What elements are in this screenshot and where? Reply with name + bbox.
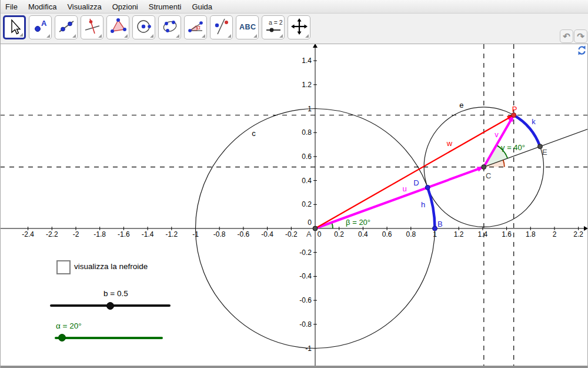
y-axis-arrow bbox=[313, 44, 318, 48]
point-A[interactable] bbox=[313, 226, 318, 231]
x-tick-label: -2 bbox=[73, 230, 79, 238]
tool-move-button[interactable] bbox=[3, 15, 26, 39]
tool-line-button[interactable] bbox=[55, 15, 78, 39]
x-tick-label: 1.2 bbox=[454, 230, 464, 238]
svg-text:a = 2: a = 2 bbox=[269, 19, 283, 26]
x-tick-label: 0.2 bbox=[334, 230, 344, 238]
label-B: B bbox=[437, 220, 443, 228]
label-v: v bbox=[495, 130, 499, 139]
window-frame-bottom bbox=[0, 366, 588, 368]
reflection-icon bbox=[211, 17, 232, 36]
polygon-icon bbox=[107, 17, 129, 36]
x-tick-label: 1.8 bbox=[526, 230, 536, 238]
y-tick-label: 1.4 bbox=[302, 57, 312, 65]
tool-reflect-button[interactable] bbox=[210, 15, 233, 39]
nefroide-checkbox[interactable] bbox=[56, 260, 71, 274]
slider-alpha-track[interactable] bbox=[55, 337, 163, 339]
tool-dropdown-arrow[interactable] bbox=[150, 34, 153, 38]
x-tick-label: -1.2 bbox=[165, 230, 178, 238]
menu-file[interactable]: File bbox=[0, 1, 23, 13]
y-tick-label: 1.2 bbox=[302, 81, 312, 89]
label-β = 20°: β = 20° bbox=[346, 218, 370, 227]
tool-point-button[interactable]: A bbox=[29, 15, 52, 39]
vector-u[interactable] bbox=[315, 168, 480, 228]
tool-circle-button[interactable] bbox=[132, 15, 155, 39]
y-tick-label: 0.8 bbox=[302, 128, 312, 137]
x-tick-label: -0.6 bbox=[238, 230, 250, 238]
y-tick-label: -0.2 bbox=[299, 248, 312, 257]
slider-alpha-knob[interactable] bbox=[58, 334, 66, 342]
undo-button[interactable]: ↶ bbox=[560, 29, 573, 43]
label-e: e bbox=[459, 101, 463, 110]
menu-modifica[interactable]: Modifica bbox=[23, 1, 62, 13]
y-tick-label: 0 bbox=[308, 218, 312, 227]
tool-dropdown-arrow[interactable] bbox=[98, 34, 102, 38]
refresh-view-icon[interactable] bbox=[577, 45, 587, 55]
point-C[interactable] bbox=[482, 165, 486, 170]
toolbar: A bbox=[0, 14, 588, 44]
tool-dropdown-arrow[interactable] bbox=[19, 33, 23, 37]
graphics-view[interactable]: -2.4-2.2-2-1.8-1.6-1.4-1.2-1-0.8-0.6-0.4… bbox=[0, 44, 588, 366]
y-tick-label: -0.6 bbox=[299, 296, 312, 304]
perpendicular-line-icon bbox=[81, 17, 103, 36]
tool-dropdown-arrow[interactable] bbox=[279, 34, 283, 38]
tool-dropdown-arrow[interactable] bbox=[228, 34, 231, 38]
label-w: w bbox=[446, 139, 453, 148]
angle-icon: α bbox=[185, 17, 206, 36]
tool-dropdown-arrow[interactable] bbox=[202, 34, 205, 38]
tool-move-view-button[interactable] bbox=[288, 15, 310, 39]
window-frame-left bbox=[0, 0, 1, 368]
label-E: E bbox=[542, 148, 547, 157]
tool-dropdown-arrow[interactable] bbox=[46, 34, 50, 38]
new-point-icon: A bbox=[29, 17, 51, 36]
tool-dropdown-arrow[interactable] bbox=[124, 34, 128, 38]
vector-w[interactable] bbox=[315, 117, 510, 228]
move-graphics-view-icon bbox=[288, 17, 310, 36]
menu-visualizza[interactable]: Visualizza bbox=[62, 1, 106, 13]
label-D: D bbox=[413, 178, 419, 187]
tool-conic-button[interactable] bbox=[158, 15, 181, 39]
label-k: k bbox=[532, 117, 536, 126]
tool-perpendicular-button[interactable] bbox=[81, 15, 103, 39]
tool-dropdown-arrow[interactable] bbox=[253, 34, 257, 38]
slider-b-label: b = 0.5 bbox=[103, 289, 128, 298]
menu-strumenti[interactable]: Strumenti bbox=[143, 1, 187, 13]
x-tick-label: -1.4 bbox=[142, 230, 154, 238]
slider-b-knob[interactable] bbox=[106, 302, 114, 310]
y-tick-label: 0.2 bbox=[302, 200, 312, 208]
tool-polygon-button[interactable] bbox=[106, 15, 129, 39]
point-D[interactable] bbox=[425, 185, 430, 190]
svg-text:α: α bbox=[197, 24, 201, 31]
arc-k[interactable] bbox=[514, 115, 540, 146]
tool-dropdown-arrow[interactable] bbox=[176, 34, 179, 38]
label-P: P bbox=[512, 105, 517, 114]
label-u: u bbox=[403, 184, 407, 193]
arc-h[interactable] bbox=[427, 187, 435, 228]
y-tick-label: -0.4 bbox=[299, 272, 312, 280]
nefroide-checkbox-label: visualizza la nefroide bbox=[74, 262, 148, 271]
redo-button[interactable]: ↷ bbox=[574, 29, 587, 43]
tool-text-button[interactable]: ABC bbox=[236, 15, 259, 39]
tool-slider-button[interactable]: a = 2 bbox=[262, 15, 285, 39]
tool-dropdown-arrow[interactable] bbox=[72, 34, 76, 38]
label-A: A bbox=[306, 230, 312, 238]
undo-icon: ↶ bbox=[563, 31, 570, 41]
x-tick-label: -2.4 bbox=[22, 230, 34, 238]
y-tick-label: 0.4 bbox=[302, 177, 312, 185]
line-two-points-icon bbox=[55, 17, 77, 36]
x-tick-label: 1.6 bbox=[502, 230, 512, 238]
circle-center-point-icon bbox=[133, 17, 155, 36]
slider-alpha-label: α = 20° bbox=[56, 321, 82, 330]
menu-opzioni[interactable]: Opzioni bbox=[107, 1, 143, 13]
y-tick-label: -0.8 bbox=[299, 320, 312, 329]
tool-dropdown-arrow[interactable] bbox=[305, 34, 309, 38]
svg-text:A: A bbox=[41, 19, 47, 28]
redo-icon: ↷ bbox=[577, 31, 584, 41]
tool-angle-button[interactable]: α bbox=[184, 15, 207, 39]
point-B[interactable] bbox=[433, 226, 437, 231]
x-tick-label: 1.4 bbox=[478, 230, 488, 238]
x-tick-label: -0.4 bbox=[261, 230, 273, 238]
x-tick-label: 0 bbox=[318, 230, 322, 238]
plot-canvas[interactable]: -2.4-2.2-2-1.8-1.6-1.4-1.2-1-0.8-0.6-0.4… bbox=[0, 44, 588, 366]
menu-guida[interactable]: Guida bbox=[186, 1, 218, 13]
